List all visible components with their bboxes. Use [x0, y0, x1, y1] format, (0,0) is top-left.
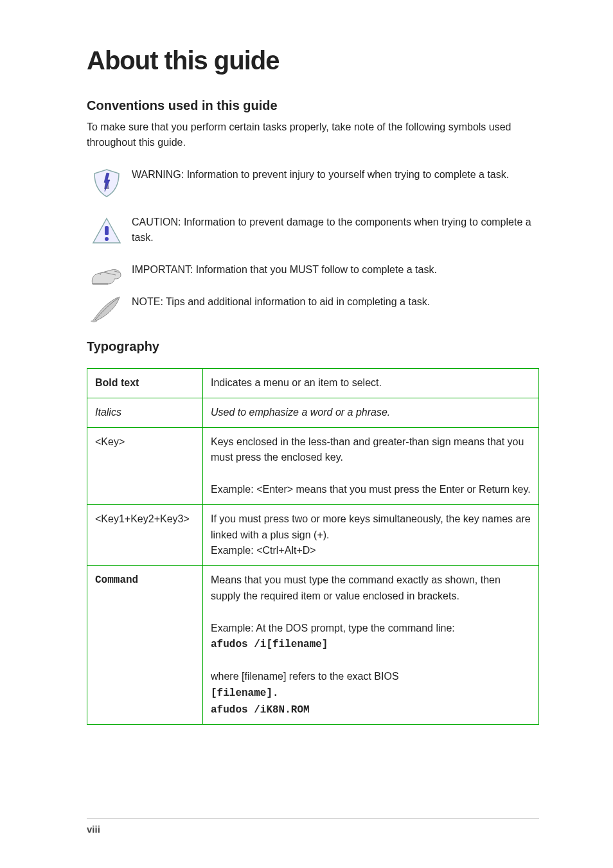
typo-right: Keys enclosed in the less-than and great…	[203, 427, 539, 504]
convention-note: NOTE: Tips and additional information to…	[87, 294, 539, 324]
convention-desc: Information that you MUST follow to comp…	[193, 264, 436, 275]
typo-right: Used to emphasize a word or a phrase.	[203, 398, 539, 427]
conventions-heading: Conventions used in this guide	[87, 98, 539, 113]
warning-icon	[91, 167, 123, 199]
feather-icon	[89, 294, 125, 324]
convention-important: IMPORTANT: Information that you MUST fol…	[87, 262, 539, 288]
typo-left: <Key>	[87, 427, 203, 504]
typo-right: If you must press two or more keys simul…	[203, 504, 539, 565]
convention-caution: CAUTION: Information to prevent damage t…	[87, 215, 539, 247]
convention-desc: Tips and additional information to aid i…	[163, 296, 430, 307]
typo-left: <Key1+Key2+Key3>	[87, 504, 203, 565]
typo-left: Command	[87, 566, 203, 725]
table-row: Command Means that you must type the com…	[87, 566, 539, 725]
typo-left: Bold text	[87, 369, 203, 398]
table-row: Bold text Indicates a menu or an item to…	[87, 369, 539, 398]
page-footer: viii	[87, 818, 539, 835]
convention-name: WARNING:	[132, 169, 184, 180]
page-title: About this guide	[87, 46, 539, 75]
table-row: Italics Used to emphasize a word or a ph…	[87, 398, 539, 427]
hand-icon	[89, 262, 125, 288]
convention-desc: Information to prevent injury to yoursel…	[184, 169, 509, 180]
caution-icon	[91, 215, 123, 247]
table-row: <Key1+Key2+Key3> If you must press two o…	[87, 504, 539, 565]
svg-point-2	[91, 321, 97, 323]
convention-warning: WARNING: Information to prevent injury t…	[87, 167, 539, 199]
table-row: <Key> Keys enclosed in the less-than and…	[87, 427, 539, 504]
conventions-intro: To make sure that you perform certain ta…	[87, 120, 539, 150]
convention-name: NOTE:	[132, 296, 163, 307]
svg-point-1	[105, 237, 109, 241]
convention-name: IMPORTANT:	[132, 264, 193, 275]
typo-left: Italics	[87, 398, 203, 427]
typography-table: Bold text Indicates a menu or an item to…	[87, 368, 539, 725]
convention-desc: Information to prevent damage to the com…	[132, 217, 531, 243]
typography-heading: Typography	[87, 339, 539, 354]
svg-rect-0	[105, 226, 109, 235]
typo-right: Indicates a menu or an item to select.	[203, 369, 539, 398]
convention-name: CAUTION:	[132, 217, 181, 227]
typo-right: Means that you must type the command exa…	[203, 566, 539, 725]
